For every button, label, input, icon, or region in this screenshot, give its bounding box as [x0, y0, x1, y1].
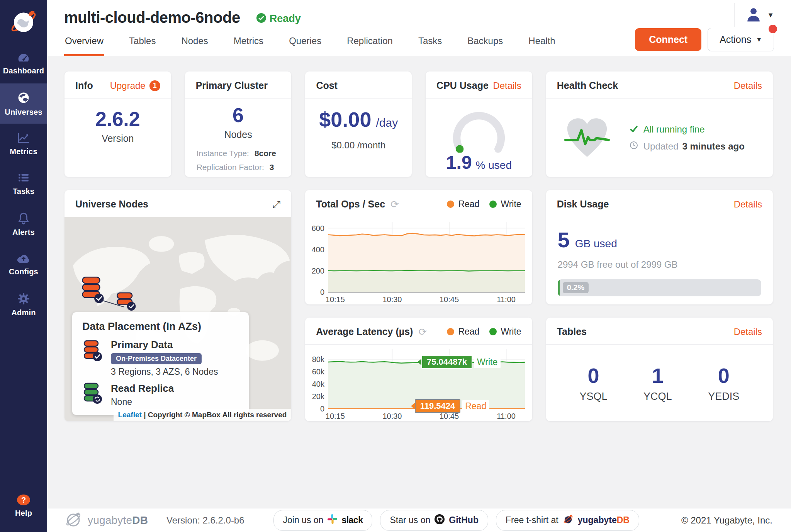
status-text: Ready: [270, 13, 301, 25]
legend-label: Write: [501, 326, 521, 337]
replica-db-icon: [82, 382, 102, 407]
primary-data-row: Primary Data On-Premises Datacenter 3 Re…: [82, 339, 239, 377]
globe-icon: [17, 91, 31, 105]
page-title: multi-cloud-demo-6node: [64, 9, 240, 26]
sidebar-item-tasks[interactable]: Tasks: [0, 164, 47, 204]
status-badge: Ready: [256, 13, 301, 25]
app-root: Dashboard Universes: [0, 0, 791, 532]
ops-per-sec-chart: 020040060010:1510:3010:4511:00: [306, 219, 529, 304]
leaflet-link[interactable]: Leaflet: [118, 411, 142, 419]
sidebar-item-metrics[interactable]: Metrics: [0, 124, 47, 164]
sidebar-item-label: Metrics: [10, 147, 37, 156]
chart-title: Total Ops / Sec: [316, 199, 385, 210]
user-menu[interactable]: ▼: [734, 3, 774, 27]
tab-queries[interactable]: Queries: [288, 30, 322, 56]
total-ops-card: Total Ops / Sec ⟳ Read Write: [305, 190, 532, 304]
connect-button[interactable]: Connect: [635, 28, 701, 51]
tab-tasks[interactable]: Tasks: [418, 30, 443, 56]
refresh-icon[interactable]: ⟳: [390, 199, 399, 209]
data-placement-panel: Data Placement (In AZs): [72, 312, 249, 415]
tables-details-link[interactable]: Details: [734, 326, 762, 337]
tshirt-button[interactable]: Free t-shirt at yugabyteDB: [496, 510, 639, 531]
universe-tabs: Overview Tables Nodes Metrics Queries Re…: [64, 30, 556, 56]
sidebar-item-label: Alerts: [12, 228, 35, 237]
legend-read[interactable]: Read: [447, 199, 479, 209]
card-title: CPU Usage: [436, 80, 489, 91]
disk-usage-card: Disk Usage Details 5 GB used 2994 GB fre…: [546, 190, 773, 304]
sidebar-item-dashboard[interactable]: Dashboard: [0, 43, 47, 83]
svg-text:20k: 20k: [312, 392, 325, 401]
svg-text:10:15: 10:15: [326, 295, 345, 304]
world-map[interactable]: Data Placement (In AZs): [65, 217, 291, 421]
disk-details-link[interactable]: Details: [734, 199, 762, 210]
sidebar-item-label: Admin: [11, 308, 36, 317]
github-button[interactable]: Star us on GitHub: [380, 510, 488, 531]
sidebar-item-alerts[interactable]: Alerts: [0, 204, 47, 244]
github-prefix: Star us on: [390, 515, 430, 525]
github-word: GitHub: [449, 515, 479, 525]
tab-metrics[interactable]: Metrics: [233, 30, 264, 56]
legend-label: Write: [501, 199, 521, 209]
write-value-badge: 75.04487k Write: [418, 355, 501, 369]
ysql-label: YSQL: [579, 391, 607, 403]
tab-tables[interactable]: Tables: [128, 30, 156, 56]
sidebar-item-help[interactable]: ? Help: [0, 486, 47, 526]
sidebar-item-label: Universes: [5, 108, 42, 117]
tab-nodes[interactable]: Nodes: [180, 30, 209, 56]
replication-factor-row: Replication Factor:3: [197, 160, 280, 175]
card-title: Cost: [316, 80, 338, 91]
upgrade-link[interactable]: Upgrade 1: [110, 80, 160, 91]
cpu-unit: % used: [476, 159, 512, 172]
check-icon: [630, 124, 638, 135]
sidebar-item-configs[interactable]: Configs: [0, 244, 47, 284]
expand-icon[interactable]: ⤢: [273, 199, 281, 209]
card-title: Disk Usage: [557, 199, 609, 210]
cpu-details-link[interactable]: Details: [493, 80, 521, 91]
primary-data-desc: 3 Regions, 3 AZS, 6 Nodes: [111, 367, 218, 377]
tables-card: Tables Details 0 YSQL 1 YCQL 0: [546, 318, 773, 421]
slack-button[interactable]: Join us on slack: [273, 510, 373, 531]
node-count: 6: [233, 105, 244, 126]
sidebar-item-admin[interactable]: Admin: [0, 284, 47, 325]
kv-key: Instance Type:: [197, 149, 249, 158]
chevron-down-icon: ▼: [767, 11, 774, 19]
version-label: Version: [102, 133, 134, 144]
cost-per-month: $0.00 /month: [331, 140, 385, 151]
notification-dot: [769, 25, 777, 33]
placement-title: Data Placement (In AZs): [82, 321, 239, 333]
main-area: multi-cloud-demo-6node Ready: [47, 0, 791, 532]
yugabyte-logo-icon[interactable]: [0, 0, 47, 43]
updated-value: 3 minutes ago: [682, 141, 745, 152]
chart-legend: Read Write: [447, 326, 521, 337]
ysql-stat: 0 YSQL: [579, 364, 607, 403]
legend-read[interactable]: Read: [447, 326, 479, 337]
tshirt-prefix: Free t-shirt at: [506, 515, 558, 525]
tab-replication[interactable]: Replication: [346, 30, 394, 56]
cost-card: Cost $0.00 /day $0.00 /month: [305, 71, 412, 177]
legend-write[interactable]: Write: [489, 199, 521, 209]
github-icon: [434, 514, 445, 527]
updated-label: Updated: [643, 141, 679, 152]
slack-icon: [327, 514, 338, 527]
refresh-icon[interactable]: ⟳: [418, 327, 427, 337]
summary-cards-row: Info Upgrade 1 2.6.2 Version Primary Clu…: [65, 71, 773, 177]
read-badge-series: Read: [462, 400, 489, 412]
gear-icon: [17, 292, 30, 305]
actions-dropdown-button[interactable]: Actions ▼: [708, 28, 774, 51]
node-count-label: Nodes: [224, 129, 252, 140]
legend-write[interactable]: Write: [489, 326, 521, 337]
health-details-link[interactable]: Details: [734, 80, 762, 91]
yugabyte-planet-icon: [562, 513, 574, 527]
sidebar-item-universes[interactable]: Universes: [0, 83, 47, 124]
write-badge-value: 75.04487k: [421, 355, 472, 369]
svg-text:?: ?: [21, 496, 26, 504]
attribution-text: | Copyright © MapBox All rights reserved: [144, 411, 287, 419]
tab-backups[interactable]: Backups: [467, 30, 504, 56]
tab-health[interactable]: Health: [528, 30, 556, 56]
universe-nodes-card: Universe Nodes ⤢: [65, 190, 291, 421]
version-number: 2.6.2: [95, 109, 140, 130]
primary-db-icon: [82, 339, 102, 377]
tab-overview[interactable]: Overview: [64, 30, 104, 56]
svg-text:10:45: 10:45: [440, 412, 459, 420]
read-replica-label: Read Replica: [111, 382, 174, 394]
